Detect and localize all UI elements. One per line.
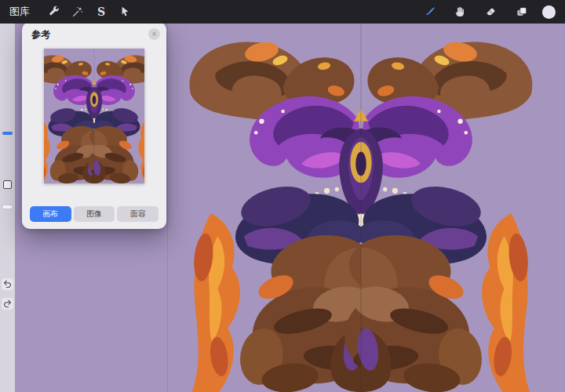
close-icon[interactable]: × — [148, 28, 160, 40]
tab-canvas[interactable]: 画布 — [30, 206, 71, 222]
modify-button[interactable] — [3, 180, 12, 189]
left-sidebar — [0, 24, 15, 392]
selection-button[interactable]: S — [91, 2, 111, 22]
tab-face[interactable]: 面容 — [117, 206, 159, 222]
procreate-window: 参考 × 画布 图像 面容 图库 — [0, 0, 565, 392]
undo-icon — [3, 280, 12, 289]
eraser-icon — [485, 5, 498, 18]
reference-panel: 参考 × 画布 图像 面容 — [22, 22, 166, 229]
eraser-tool-button[interactable] — [481, 2, 501, 22]
redo-button[interactable] — [2, 298, 13, 310]
smudge-tool-button[interactable] — [450, 2, 471, 22]
toolbar-left-group: 图库 S — [9, 0, 135, 24]
brush-icon — [424, 5, 436, 18]
gallery-button[interactable]: 图库 — [9, 0, 30, 24]
reference-thumbnail[interactable] — [44, 49, 144, 183]
color-swatch-button[interactable] — [542, 5, 556, 19]
redo-icon — [3, 299, 12, 308]
canvas-edge-line — [167, 24, 168, 392]
adjustments-button[interactable] — [67, 2, 88, 22]
opacity-slider[interactable] — [2, 205, 13, 209]
reference-tab-bar: 画布 图像 面容 — [30, 206, 159, 222]
layers-button[interactable] — [512, 2, 532, 22]
wrench-icon — [48, 5, 60, 18]
actions-button[interactable] — [44, 2, 64, 22]
artwork — [177, 24, 545, 392]
undo-button[interactable] — [2, 278, 13, 290]
cursor-arrow-icon — [118, 5, 131, 18]
reference-panel-title: 参考 — [31, 28, 50, 42]
brush-tool-button[interactable] — [420, 2, 440, 22]
brush-size-slider[interactable] — [2, 132, 13, 135]
top-toolbar: 图库 S — [0, 0, 565, 24]
layers-icon — [516, 5, 528, 18]
magic-wand-icon — [71, 5, 84, 18]
smudge-finger-icon — [454, 5, 467, 18]
toolbar-right-group — [420, 2, 556, 22]
transform-button[interactable] — [115, 2, 135, 22]
selection-s-icon: S — [97, 5, 105, 18]
tab-image[interactable]: 图像 — [74, 206, 115, 222]
